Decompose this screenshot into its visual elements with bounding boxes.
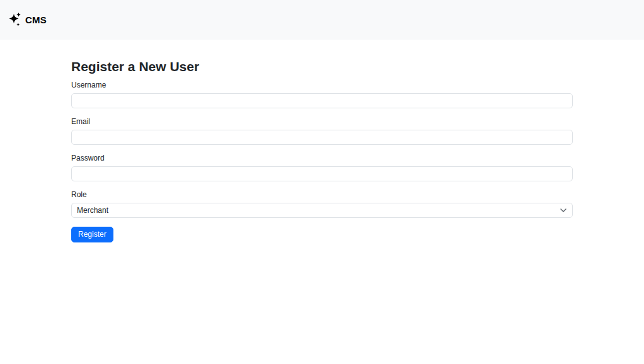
- register-page: Register a New User Username Email Passw…: [71, 40, 573, 242]
- brand-label: CMS: [25, 14, 47, 25]
- role-group: Role Merchant: [71, 190, 573, 218]
- username-group: Username: [71, 81, 573, 108]
- password-group: Password: [71, 154, 573, 181]
- username-label: Username: [71, 81, 573, 89]
- username-input[interactable]: [71, 93, 573, 108]
- sparkles-icon: [9, 13, 22, 27]
- password-field[interactable]: [71, 166, 573, 181]
- role-label: Role: [71, 190, 573, 199]
- role-select[interactable]: Merchant: [71, 203, 573, 218]
- page-title: Register a New User: [71, 59, 573, 74]
- navbar: CMS: [0, 0, 644, 40]
- email-label: Email: [71, 117, 573, 126]
- register-button[interactable]: Register: [71, 227, 113, 242]
- brand[interactable]: CMS: [9, 13, 47, 27]
- role-select-wrap: Merchant: [71, 203, 573, 218]
- password-label: Password: [71, 154, 573, 162]
- email-group: Email: [71, 117, 573, 145]
- email-field[interactable]: [71, 130, 573, 145]
- register-form: Username Email Password Role Merchant: [71, 81, 573, 242]
